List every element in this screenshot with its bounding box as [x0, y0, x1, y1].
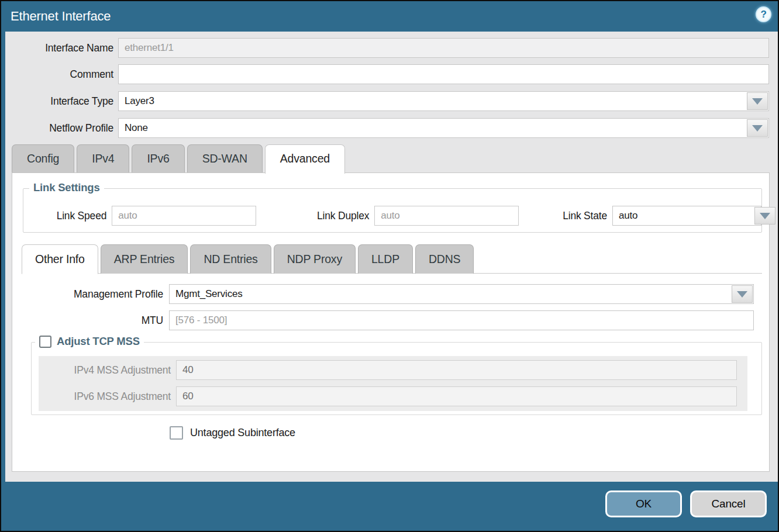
management-profile-row: Management Profile — [12, 284, 754, 304]
cancel-button[interactable]: Cancel — [690, 490, 767, 517]
tab-ipv4[interactable]: IPv4 — [77, 144, 129, 172]
link-state-dropdown[interactable] — [612, 206, 761, 226]
subtab-arp-entries[interactable]: ARP Entries — [101, 244, 188, 274]
adjust-tcp-mss-fieldset: Adjust TCP MSS IPv4 MSS Adjustment 40 IP… — [31, 342, 762, 415]
ipv4-mss-row: IPv4 MSS Adjustment 40 — [39, 360, 737, 380]
link-settings-row: Link Speed Link Duplex Link State — [23, 206, 761, 226]
management-profile-dropdown-button[interactable] — [732, 285, 753, 303]
subtab-nd-entries[interactable]: ND Entries — [190, 244, 271, 274]
dialog-title: Ethernet Interface — [1, 1, 778, 32]
netflow-profile-label: Netflow Profile — [5, 122, 118, 134]
ipv6-mss-value: 60 — [176, 386, 737, 406]
mtu-field[interactable] — [169, 310, 754, 330]
link-speed-input[interactable] — [112, 206, 256, 226]
link-duplex-input[interactable] — [374, 206, 519, 226]
dialog-footer: OK Cancel — [1, 482, 778, 531]
untagged-subinterface-checkbox[interactable] — [170, 426, 183, 440]
chevron-down-icon — [752, 125, 763, 132]
link-state-dropdown-button[interactable] — [754, 207, 775, 224]
link-settings-fieldset: Link Settings Link Speed Link Duplex Lin… — [23, 188, 762, 233]
tab-sdwan[interactable]: SD-WAN — [187, 144, 263, 172]
untagged-subinterface-row: Untagged Subinterface — [170, 426, 295, 440]
interface-type-dropdown-button[interactable] — [747, 92, 768, 110]
mtu-input[interactable] — [170, 311, 753, 330]
comment-field[interactable] — [118, 64, 769, 84]
main-tab-bar: Config IPv4 IPv6 SD-WAN Advanced — [12, 144, 345, 172]
adjust-tcp-mss-legend-group: Adjust TCP MSS — [35, 335, 144, 348]
interface-type-value[interactable] — [119, 92, 746, 110]
subtab-ndp-proxy[interactable]: NDP Proxy — [274, 244, 356, 274]
interface-type-row: Interface Type — [5, 91, 769, 111]
link-state-label: Link State — [555, 210, 612, 222]
tab-advanced[interactable]: Advanced — [265, 144, 345, 174]
dialog-left-border — [1, 1, 5, 531]
subtab-other-info[interactable]: Other Info — [22, 244, 98, 274]
interface-type-dropdown[interactable] — [118, 91, 769, 111]
link-speed-label: Link Speed — [23, 210, 112, 222]
ethernet-interface-dialog: Ethernet Interface ? Interface Name Comm… — [0, 0, 779, 532]
link-duplex-label: Link Duplex — [283, 210, 374, 222]
interface-name-label: Interface Name — [5, 42, 118, 54]
adjust-tcp-mss-checkbox[interactable] — [39, 336, 51, 348]
netflow-profile-row: Netflow Profile — [5, 118, 769, 138]
interface-name-row: Interface Name — [5, 38, 769, 58]
chevron-down-icon — [752, 98, 763, 105]
dialog-titlebar: Ethernet Interface ? — [1, 1, 778, 32]
adjust-tcp-mss-label: Adjust TCP MSS — [57, 335, 140, 348]
mtu-label: MTU — [12, 315, 169, 327]
untagged-subinterface-label: Untagged Subinterface — [190, 427, 295, 439]
advanced-tab-panel: Link Settings Link Speed Link Duplex Lin… — [12, 172, 770, 472]
link-settings-legend: Link Settings — [29, 181, 104, 194]
netflow-profile-dropdown[interactable] — [118, 118, 769, 138]
tab-ipv6[interactable]: IPv6 — [132, 144, 184, 172]
comment-label: Comment — [5, 68, 118, 81]
chevron-down-icon — [737, 291, 747, 298]
ipv4-mss-label: IPv4 MSS Adjustment — [39, 364, 176, 376]
sub-tab-bar: Other Info ARP Entries ND Entries NDP Pr… — [22, 244, 762, 274]
chevron-down-icon — [760, 213, 770, 219]
link-state-value[interactable] — [613, 206, 754, 225]
mtu-row: MTU — [12, 310, 754, 330]
ipv6-mss-row: IPv6 MSS Adjustment 60 — [39, 386, 737, 406]
management-profile-value[interactable] — [170, 285, 731, 303]
netflow-profile-value[interactable] — [119, 119, 746, 137]
interface-type-label: Interface Type — [5, 95, 118, 108]
help-icon[interactable]: ? — [756, 6, 771, 22]
comment-row: Comment — [5, 64, 769, 84]
subtab-lldp[interactable]: LLDP — [358, 244, 413, 274]
management-profile-label: Management Profile — [12, 288, 169, 300]
management-profile-dropdown[interactable] — [169, 284, 754, 304]
subtab-ddns[interactable]: DDNS — [415, 244, 474, 274]
comment-input[interactable] — [119, 65, 768, 84]
ipv4-mss-value: 40 — [176, 360, 737, 380]
interface-name-input — [119, 39, 768, 57]
ok-button[interactable]: OK — [605, 490, 682, 517]
tab-config[interactable]: Config — [12, 144, 74, 172]
interface-name-field — [118, 38, 769, 58]
ipv6-mss-label: IPv6 MSS Adjustment — [39, 391, 176, 403]
mss-disabled-panel: IPv4 MSS Adjustment 40 IPv6 MSS Adjustme… — [39, 356, 747, 411]
netflow-profile-dropdown-button[interactable] — [747, 119, 768, 137]
